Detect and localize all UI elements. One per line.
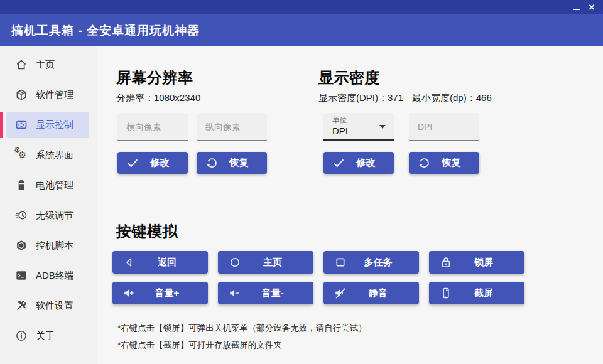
section-screen-resolution: 屏幕分辨率 分辨率：1080x2340 修改 <box>116 69 318 174</box>
main-content: 屏幕分辨率 分辨率：1080x2340 修改 <box>97 46 603 364</box>
hexagon-icon <box>15 239 28 252</box>
home-icon <box>15 58 28 71</box>
current-dpi-value: 显示密度(DPI)：371 <box>318 92 403 104</box>
battery-icon <box>15 179 28 191</box>
section-title: 屏幕分辨率 <box>116 69 318 87</box>
sidebar-item-label: 系统界面 <box>36 149 73 161</box>
section-title: 显示密度 <box>318 69 492 87</box>
screenshot-button[interactable]: 截屏 <box>429 282 524 304</box>
minimize-icon <box>573 9 580 10</box>
height-pixels-input[interactable] <box>197 113 267 141</box>
terminal-icon <box>15 269 28 282</box>
close-button[interactable]: × <box>584 0 599 14</box>
width-pixels-input[interactable] <box>117 113 188 141</box>
sidebar-item-settings[interactable]: 软件设置 <box>0 291 97 321</box>
back-button[interactable]: 返回 <box>112 251 208 274</box>
section-key-simulation: 按键模拟 返回 主页 <box>116 223 603 353</box>
mute-icon <box>334 286 347 300</box>
info-icon <box>15 329 28 342</box>
recents-button[interactable]: 多任务 <box>323 251 419 274</box>
volume-down-button[interactable]: 音量- <box>218 282 313 304</box>
section-title: 按键模拟 <box>116 223 603 240</box>
restore-icon <box>417 156 431 170</box>
min-width-value: 最小宽度(dp)：466 <box>412 92 492 104</box>
lock-icon <box>439 255 453 269</box>
unit-select[interactable]: 单位 DPI <box>323 113 394 141</box>
sidebar-item-label: 电池管理 <box>36 179 73 191</box>
volume-up-icon <box>122 286 136 300</box>
sidebar-item-adb-terminal[interactable]: ADB终端 <box>0 260 97 291</box>
volume-down-icon <box>228 286 242 300</box>
gears-icon: ⚙ ⚙ <box>15 149 28 161</box>
display-icon <box>15 119 28 131</box>
sidebar-item-app-manager[interactable]: 软件管理 <box>0 80 97 110</box>
screenshot-icon <box>439 286 453 300</box>
recents-icon <box>334 255 347 269</box>
sidebar-item-display-control[interactable]: 显示控制 <box>0 110 97 140</box>
home-button[interactable]: 主页 <box>218 251 313 274</box>
sidebar-item-label: ADB终端 <box>36 270 74 282</box>
chevron-down-icon <box>379 125 386 129</box>
restore-icon <box>205 156 219 170</box>
unit-select-label: 单位 <box>332 113 394 124</box>
package-icon <box>15 88 28 101</box>
tuner-clock-icon <box>15 209 28 222</box>
sidebar-item-system-ui[interactable]: ⚙ ⚙ 系统界面 <box>0 140 97 170</box>
resolution-restore-button[interactable]: 恢复 <box>197 152 267 174</box>
close-icon: × <box>589 3 594 13</box>
density-restore-button[interactable]: 恢复 <box>409 152 479 174</box>
sidebar-item-script[interactable]: 控机脚本 <box>0 230 97 260</box>
back-icon <box>122 255 136 269</box>
section-display-density: 显示密度 显示密度(DPI)：371 最小宽度(dp)：466 单位 DPI <box>318 69 492 174</box>
density-modify-button[interactable]: 修改 <box>323 152 394 174</box>
current-resolution-value: 分辨率：1080x2340 <box>116 92 200 104</box>
lock-screen-button[interactable]: 锁屏 <box>429 251 524 274</box>
sidebar-item-stepless-adjust[interactable]: 无级调节 <box>0 200 97 230</box>
mute-button[interactable]: 静音 <box>323 282 419 304</box>
footnote-lock: *右键点击【锁屏】可弹出关机菜单（部分设备无效，请自行尝试） <box>117 319 603 336</box>
sidebar-item-about[interactable]: 关于 <box>0 321 97 351</box>
sidebar-item-home[interactable]: 主页 <box>0 50 97 80</box>
check-icon <box>126 156 139 170</box>
sidebar-item-label: 关于 <box>36 330 55 342</box>
tools-icon <box>15 299 28 312</box>
home-circle-icon <box>228 255 242 269</box>
footnote-screenshot: *右键点击【截屏】可打开存放截屏的文件夹 <box>117 336 603 353</box>
sidebar-item-label: 无级调节 <box>36 210 73 222</box>
sidebar-item-label: 软件设置 <box>36 300 73 312</box>
sidebar-item-battery[interactable]: 电池管理 <box>0 170 97 200</box>
minimize-button[interactable] <box>569 0 584 14</box>
sidebar-item-label: 软件管理 <box>36 89 73 101</box>
sidebar-item-label: 主页 <box>36 59 55 71</box>
dpi-input[interactable] <box>409 113 479 141</box>
app-window: × 搞机工具箱 - 全安卓通用玩机神器 主页 软件管理 <box>0 0 603 364</box>
sidebar-item-label: 控机脚本 <box>36 240 73 252</box>
footnotes: *右键点击【锁屏】可弹出关机菜单（部分设备无效，请自行尝试） *右键点击【截屏】… <box>117 319 603 353</box>
volume-up-button[interactable]: 音量+ <box>112 282 208 304</box>
resolution-modify-button[interactable]: 修改 <box>117 152 188 174</box>
sidebar: 主页 软件管理 显示控制 <box>0 46 97 364</box>
titlebar: × <box>0 0 603 14</box>
app-header: 搞机工具箱 - 全安卓通用玩机神器 <box>0 14 603 46</box>
sidebar-item-label: 显示控制 <box>36 119 73 131</box>
app-title: 搞机工具箱 - 全安卓通用玩机神器 <box>11 23 200 39</box>
check-icon <box>332 156 345 170</box>
